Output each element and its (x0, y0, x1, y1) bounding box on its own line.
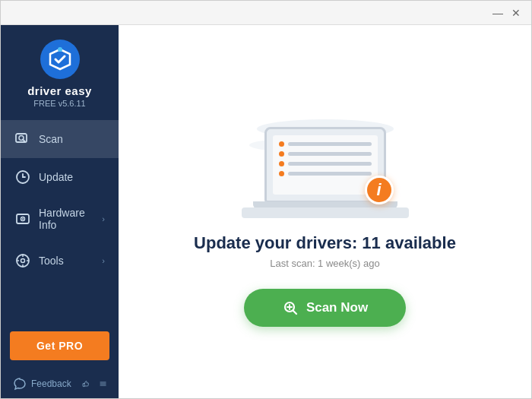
laptop-foot (242, 207, 409, 218)
app-version: FREE v5.6.11 (33, 99, 85, 108)
svg-point-1 (58, 47, 62, 52)
get-pro-button[interactable]: Get PRO (10, 331, 109, 360)
last-scan-text: Last scan: 1 week(s) ago (270, 258, 380, 269)
info-badge: i (365, 176, 394, 204)
laptop-dot-4 (279, 171, 284, 176)
hardware-info-label: Hardware Info (39, 207, 102, 231)
app-window: — ✕ driver easy FREE v5.6.11 (0, 0, 532, 399)
close-button[interactable]: ✕ (507, 4, 525, 22)
scan-now-label: Scan Now (306, 300, 368, 315)
title-bar: — ✕ (1, 1, 531, 25)
minimize-button[interactable]: — (489, 4, 507, 22)
menu-icon[interactable] (100, 377, 106, 391)
hardware-info-icon (14, 211, 31, 227)
sidebar-item-tools[interactable]: Tools › (1, 242, 119, 280)
update-label: Update (39, 171, 73, 183)
laptop-line-4 (279, 171, 372, 176)
logo-area: driver easy FREE v5.6.11 (1, 25, 119, 120)
laptop-bar-1 (288, 142, 372, 146)
svg-point-10 (21, 259, 25, 263)
laptop-dot-3 (279, 161, 284, 166)
feedback-area[interactable]: Feedback (13, 377, 71, 391)
laptop-screen-inner (273, 135, 378, 195)
tools-chevron-icon: › (102, 256, 105, 265)
laptop-line-2 (279, 151, 372, 157)
svg-line-19 (293, 311, 296, 315)
app-name: driver easy (27, 84, 92, 97)
feedback-label: Feedback (31, 378, 71, 389)
main-content: i Update your drivers: 11 available Last… (119, 25, 531, 398)
svg-point-8 (22, 218, 24, 220)
nav-items: Scan Update Hardw (1, 120, 119, 325)
scan-label: Scan (39, 133, 63, 145)
sidebar: driver easy FREE v5.6.11 Scan (1, 25, 119, 398)
scan-now-button[interactable]: Scan Now (244, 289, 406, 327)
svg-line-4 (23, 140, 25, 142)
tools-label: Tools (39, 255, 64, 267)
sidebar-item-hardware-info[interactable]: Hardware Info › (1, 196, 119, 242)
update-icon (14, 169, 31, 185)
laptop-line-1 (279, 141, 372, 147)
tools-icon (14, 252, 31, 269)
sidebar-bottom: Feedback (1, 369, 119, 398)
laptop-dot-2 (279, 151, 284, 157)
update-title: Update your drivers: 11 available (194, 233, 456, 253)
laptop-dot-1 (279, 141, 284, 147)
thumbsup-icon[interactable] (82, 377, 89, 391)
main-layout: driver easy FREE v5.6.11 Scan (1, 25, 531, 398)
scan-now-icon (282, 299, 299, 316)
sidebar-item-scan[interactable]: Scan (1, 120, 119, 158)
app-logo-icon (40, 39, 81, 80)
laptop-bar-2 (288, 152, 372, 156)
laptop-line-3 (279, 161, 372, 166)
sidebar-item-update[interactable]: Update (1, 158, 119, 196)
laptop-bar-4 (288, 172, 372, 176)
hardware-info-chevron-icon: › (102, 214, 105, 223)
scan-icon (14, 131, 31, 147)
feedback-icon (13, 377, 27, 391)
illustration: i (242, 97, 409, 218)
laptop-bar-3 (288, 162, 372, 166)
